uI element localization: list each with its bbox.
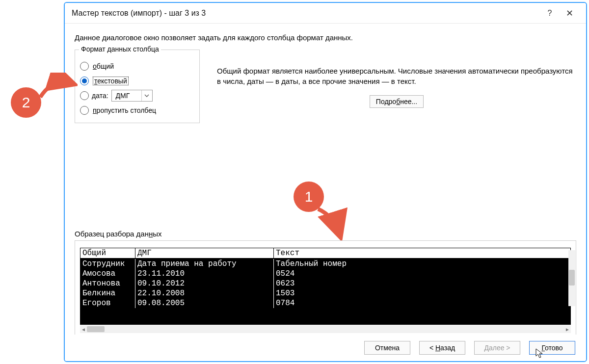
preview-cell: 0623 — [274, 279, 570, 288]
preview-cell: 09.08.2005 — [135, 298, 274, 308]
title-bar: Мастер текстов (импорт) - шаг 3 из 3 ? ✕ — [65, 3, 586, 24]
scroll-left-icon[interactable]: ◄ — [80, 325, 87, 333]
preview-cell: Табельный номер — [274, 259, 570, 269]
annotation-arrow-1 — [314, 206, 353, 240]
preview-cell: 0524 — [274, 269, 570, 279]
scroll-thumb[interactable] — [87, 326, 105, 332]
scroll-thumb[interactable] — [569, 270, 575, 286]
help-button[interactable]: ? — [540, 9, 560, 18]
dialog-footer: Отмена < Назад Далее > Готово — [65, 335, 586, 361]
preview-cell: Белкина — [80, 288, 135, 298]
preview-data-body: СотрудникДата приема на работуТабельный … — [80, 259, 570, 324]
preview-data-row: СотрудникДата приема на работуТабельный … — [80, 259, 570, 269]
preview-cell: 23.11.2010 — [135, 269, 274, 279]
close-button[interactable]: ✕ — [560, 8, 579, 19]
dialog-description: Данное диалоговое окно позволяет задать … — [75, 33, 576, 42]
text-import-wizard-dialog: Мастер текстов (импорт) - шаг 3 из 3 ? ✕… — [64, 2, 587, 362]
preview-data-row: Амосова23.11.20100524 — [80, 269, 570, 279]
mouse-cursor-icon — [535, 348, 544, 359]
preview-cell: 09.10.2012 — [135, 279, 274, 288]
advanced-button[interactable]: Подробнее... — [370, 95, 424, 108]
preview-cell: Антонова — [80, 279, 135, 288]
chevron-down-icon — [141, 90, 152, 101]
scroll-right-icon[interactable]: ► — [564, 325, 571, 333]
column-format-group: Формат данных столбца общий текстовый да… — [75, 50, 200, 123]
preview-cell: 22.10.2008 — [135, 288, 274, 298]
radio-text[interactable]: текстовый — [80, 74, 194, 88]
radio-general-label: общий — [93, 62, 114, 70]
radio-text-label: текстовый — [93, 77, 129, 85]
radio-icon — [80, 62, 89, 71]
radio-general[interactable]: общий — [80, 59, 194, 74]
preview-data-row: Белкина22.10.20081503 — [80, 288, 570, 298]
radio-icon — [80, 91, 89, 100]
preview-grid[interactable]: Общий ДМГ Текст СотрудникДата приема на … — [80, 248, 571, 325]
vertical-scrollbar[interactable] — [568, 250, 575, 306]
next-button: Далее > — [474, 341, 520, 355]
annotation-arrow-2 — [38, 73, 78, 102]
dialog-title: Мастер текстов (импорт) - шаг 3 из 3 — [72, 9, 540, 18]
column-format-legend: Формат данных столбца — [79, 45, 161, 53]
dialog-content: Данное диалоговое окно позволяет задать … — [65, 24, 586, 361]
date-format-value: ДМГ — [112, 92, 141, 100]
preview-data-row: Егоров09.08.20050784 — [80, 298, 570, 308]
back-button[interactable]: < Назад — [419, 341, 465, 355]
date-format-combo[interactable]: ДМГ — [111, 90, 153, 102]
preview-cell: 1503 — [274, 288, 570, 298]
preview-legend: Образец разбора данных — [75, 230, 162, 238]
preview-data-row: Антонова09.10.20120623 — [80, 279, 570, 288]
annotation-badge-2: 2 — [11, 87, 41, 118]
horizontal-scrollbar[interactable]: ◄ ► — [80, 325, 571, 333]
radio-skip[interactable]: пропустить столбец — [80, 103, 194, 118]
format-explanation-panel: Общий формат является наиболее универсал… — [217, 48, 576, 108]
preview-header-row: Общий ДМГ Текст — [80, 248, 570, 259]
radio-date-label: дата: — [92, 92, 108, 100]
format-explanation-text: Общий формат является наиболее универсал… — [217, 66, 576, 86]
radio-date[interactable]: дата: ДМГ — [80, 88, 194, 103]
radio-icon-selected — [80, 77, 89, 85]
preview-cell: Сотрудник — [80, 259, 135, 269]
data-preview: Общий ДМГ Текст СотрудникДата приема на … — [75, 240, 576, 336]
preview-cell: Амосова — [80, 269, 135, 279]
annotation-badge-1: 1 — [294, 182, 324, 212]
cancel-button[interactable]: Отмена — [364, 341, 410, 355]
preview-cell: Дата приема на работу — [135, 259, 274, 269]
radio-skip-label: пропустить столбец — [93, 106, 156, 114]
preview-header-col3[interactable]: Текст — [274, 248, 570, 258]
preview-header-col1[interactable]: Общий — [80, 248, 135, 258]
radio-icon — [80, 106, 89, 115]
preview-cell: 0784 — [274, 298, 570, 308]
preview-header-col2[interactable]: ДМГ — [135, 248, 274, 258]
preview-cell: Егоров — [80, 298, 135, 308]
